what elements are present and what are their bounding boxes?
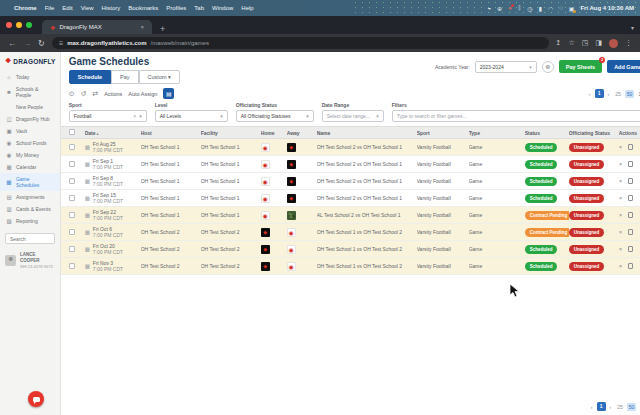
new-tab-button[interactable]: +: [160, 24, 165, 34]
tab-pay[interactable]: Pay: [111, 70, 138, 84]
delete-game-icon[interactable]: [628, 229, 633, 235]
row-checkbox[interactable]: [69, 212, 75, 218]
minimize-window-button[interactable]: [16, 22, 22, 28]
menubar-item-tab[interactable]: Tab: [194, 5, 204, 11]
officiating-status-badge[interactable]: Unassigned: [569, 143, 605, 152]
status-badge[interactable]: Contract Pending: [525, 211, 569, 220]
tab-custom[interactable]: Custom ▾: [139, 70, 180, 84]
page-size-25[interactable]: 25: [613, 90, 623, 98]
status-badge[interactable]: Scheduled: [525, 177, 558, 186]
select-all-checkbox[interactable]: [69, 129, 75, 135]
undo-icon[interactable]: ↺: [81, 90, 87, 98]
delete-game-icon[interactable]: [628, 212, 633, 218]
sport-filter-select[interactable]: Football × ▾: [69, 110, 147, 122]
column-header-facility[interactable]: Facility: [201, 130, 261, 136]
swap-icon[interactable]: ⇄: [92, 90, 98, 98]
column-header-officiating-status[interactable]: Officiating Status: [569, 130, 619, 136]
address-bar[interactable]: ☰ max.dragonflyathletics.com/maxweb/main…: [52, 37, 549, 49]
sidebar-item-vault[interactable]: ▣Vault: [0, 125, 60, 137]
sidebar-search-input[interactable]: [5, 233, 55, 244]
cancel-game-icon[interactable]: ×: [619, 212, 623, 218]
status-badge[interactable]: Scheduled: [525, 143, 558, 152]
row-checkbox[interactable]: [69, 178, 75, 184]
table-row[interactable]: ▦Fri Sep 157:00 PM CDTOH Test School 1OH…: [61, 190, 640, 207]
page-number[interactable]: 1: [597, 402, 606, 411]
zoom-window-button[interactable]: [26, 22, 32, 28]
prev-page-button[interactable]: ‹: [587, 90, 593, 98]
sidebar-item-calendar[interactable]: ▦Calendar: [0, 161, 60, 173]
table-row[interactable]: ▦Fri Oct 207:00 PM CDTOH Test School 2OH…: [61, 241, 640, 258]
back-icon[interactable]: ←: [8, 39, 16, 48]
level-filter-select[interactable]: All Levels ▾: [155, 110, 228, 122]
page-size-50[interactable]: 50: [627, 403, 637, 411]
table-row[interactable]: ▦Fri Nov 37:00 PM CDTOH Test School 2OH …: [61, 258, 640, 275]
column-header-host[interactable]: Host: [141, 130, 201, 136]
menubar-item-profiles[interactable]: Profiles: [166, 5, 186, 11]
table-row[interactable]: ▦Fri Aug 257:00 PM CDTOH Test School 1OH…: [61, 139, 640, 156]
menubar-item-view[interactable]: View: [81, 5, 94, 11]
column-header-type[interactable]: Type: [469, 130, 525, 136]
menubar-item-file[interactable]: File: [45, 5, 55, 11]
officiating-status-filter-select[interactable]: All Officiating Statuses ▾: [236, 110, 314, 122]
column-header-away[interactable]: Away: [287, 130, 317, 136]
menubar-item-edit[interactable]: Edit: [62, 5, 72, 11]
officiating-status-badge[interactable]: Unassigned: [569, 245, 605, 254]
globe-icon[interactable]: ⊕: [497, 5, 502, 12]
sidebar-user[interactable]: LANCE COOPER SHI 23-4578-9673: [0, 248, 60, 273]
games-search-input[interactable]: [392, 110, 640, 122]
prev-page-button[interactable]: ‹: [589, 403, 595, 411]
officiating-status-badge[interactable]: Unassigned: [569, 228, 605, 237]
sidebar-item-my-money[interactable]: ◉My Money: [0, 149, 60, 161]
column-header-name[interactable]: Name: [317, 130, 417, 136]
officiating-status-badge[interactable]: Unassigned: [569, 262, 605, 271]
cancel-game-icon[interactable]: ×: [619, 161, 623, 167]
tab-search-chevron-icon[interactable]: ▾: [631, 24, 634, 34]
page-size-100[interactable]: 100: [636, 90, 640, 98]
cancel-game-icon[interactable]: ×: [619, 195, 623, 201]
table-row[interactable]: ▦Fri Sep 17:00 PM CDTOH Test School 1OH …: [61, 156, 640, 173]
next-page-button[interactable]: ›: [606, 90, 612, 98]
row-checkbox[interactable]: [69, 246, 75, 252]
sidebar-item-cards-events[interactable]: ▥Cards & Events: [0, 203, 60, 215]
window-controls[interactable]: [6, 16, 32, 34]
status-badge[interactable]: Scheduled: [525, 262, 558, 271]
site-settings-icon[interactable]: ☰: [59, 40, 63, 46]
wifi-icon[interactable]: ◠: [548, 5, 553, 12]
table-row[interactable]: ▦Fri Sep 87:00 PM CDTOH Test School 1OH …: [61, 173, 640, 190]
dragonfly-logo[interactable]: ❖ DragonFly: [0, 52, 60, 69]
officiating-status-badge[interactable]: Unassigned: [569, 160, 605, 169]
row-checkbox[interactable]: [69, 144, 75, 150]
cancel-game-icon[interactable]: ×: [619, 144, 623, 150]
cancel-game-icon[interactable]: ×: [619, 263, 623, 269]
academic-year-select[interactable]: 2023-2024 ▾: [475, 61, 537, 73]
menubar-item-history[interactable]: History: [102, 5, 121, 11]
sidebar-item-today[interactable]: ⌂Today: [0, 71, 60, 83]
row-checkbox[interactable]: [69, 263, 75, 269]
tab-close-icon[interactable]: ×: [140, 24, 144, 30]
sidebar-item-school-funds[interactable]: ◉School Funds: [0, 137, 60, 149]
close-window-button[interactable]: [6, 22, 12, 28]
status-badge[interactable]: Scheduled: [525, 245, 558, 254]
sidebar-item-schools-people[interactable]: ☻Schools & People: [0, 83, 60, 101]
column-header-actions[interactable]: Actions: [619, 130, 640, 136]
spotlight-search-icon[interactable]: ◌: [559, 5, 563, 12]
column-header-home[interactable]: Home: [261, 130, 287, 136]
notification-app-icon[interactable]: ●: [508, 5, 512, 12]
row-checkbox[interactable]: [69, 195, 75, 201]
battery-icon[interactable]: ▮: [539, 5, 542, 12]
page-size-50[interactable]: 50: [625, 90, 635, 98]
pay-sheets-button[interactable]: Pay Sheets 2: [559, 60, 602, 73]
delete-game-icon[interactable]: [628, 161, 633, 167]
tab-schedule[interactable]: Schedule: [69, 70, 111, 84]
officiating-status-badge[interactable]: Unassigned: [569, 211, 605, 220]
next-page-button[interactable]: ›: [608, 403, 614, 411]
column-header-date[interactable]: Date ▴: [85, 130, 141, 136]
table-row[interactable]: ▦Fri Oct 67:00 PM CDTOH Test School 2OH …: [61, 224, 640, 241]
cancel-game-icon[interactable]: ×: [619, 178, 623, 184]
browser-tab[interactable]: ❖ DragonFly MAX ×: [42, 20, 152, 34]
forward-icon[interactable]: →: [23, 39, 31, 48]
chat-widget-button[interactable]: [28, 391, 44, 407]
reload-icon[interactable]: ↻: [38, 39, 45, 48]
bluetooth-icon[interactable]: ᛒ: [518, 5, 522, 12]
menubar-item-chrome[interactable]: Chrome: [14, 5, 37, 11]
